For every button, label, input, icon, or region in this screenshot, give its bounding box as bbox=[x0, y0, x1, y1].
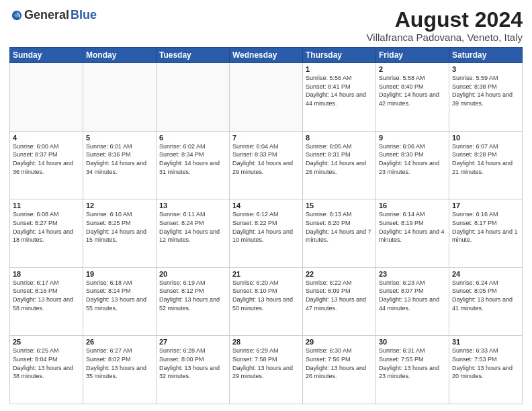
day-number: 23 bbox=[379, 270, 446, 278]
calendar-cell: 18Sunrise: 6:17 AM Sunset: 8:16 PM Dayli… bbox=[10, 267, 83, 336]
header: General Blue August 2024 Villafranca Pad… bbox=[9, 8, 523, 43]
day-number: 15 bbox=[306, 201, 373, 210]
day-header-monday: Monday bbox=[83, 48, 157, 63]
page: General Blue August 2024 Villafranca Pad… bbox=[0, 0, 532, 411]
logo: General Blue bbox=[9, 8, 97, 22]
day-number: 1 bbox=[306, 65, 373, 73]
calendar-cell bbox=[230, 63, 303, 132]
calendar-cell bbox=[157, 63, 230, 132]
calendar-week-3: 11Sunrise: 6:08 AM Sunset: 8:27 PM Dayli… bbox=[10, 199, 523, 268]
day-info: Sunrise: 5:56 AM Sunset: 8:41 PM Dayligh… bbox=[306, 74, 373, 107]
day-number: 10 bbox=[452, 134, 519, 142]
day-info: Sunrise: 6:05 AM Sunset: 8:31 PM Dayligh… bbox=[306, 142, 373, 176]
day-info: Sunrise: 6:27 AM Sunset: 8:02 PM Dayligh… bbox=[86, 347, 153, 380]
calendar-cell: 17Sunrise: 6:16 AM Sunset: 8:17 PM Dayli… bbox=[449, 199, 523, 268]
day-header-tuesday: Tuesday bbox=[157, 48, 230, 63]
day-info: Sunrise: 6:08 AM Sunset: 8:27 PM Dayligh… bbox=[13, 210, 80, 244]
calendar-cell: 8Sunrise: 6:05 AM Sunset: 8:31 PM Daylig… bbox=[303, 131, 376, 199]
calendar-cell: 7Sunrise: 6:04 AM Sunset: 8:33 PM Daylig… bbox=[230, 131, 303, 199]
calendar-cell: 25Sunrise: 6:25 AM Sunset: 8:04 PM Dayli… bbox=[10, 336, 83, 404]
day-info: Sunrise: 6:29 AM Sunset: 7:58 PM Dayligh… bbox=[232, 347, 300, 380]
day-number: 6 bbox=[159, 134, 226, 142]
day-number: 31 bbox=[452, 338, 519, 346]
day-number: 29 bbox=[306, 338, 373, 346]
day-info: Sunrise: 6:16 AM Sunset: 8:17 PM Dayligh… bbox=[452, 210, 519, 244]
calendar-cell: 1Sunrise: 5:56 AM Sunset: 8:41 PM Daylig… bbox=[303, 63, 376, 132]
day-number: 20 bbox=[159, 270, 226, 278]
day-number: 9 bbox=[379, 134, 446, 142]
calendar-cell: 5Sunrise: 6:01 AM Sunset: 8:36 PM Daylig… bbox=[83, 131, 157, 199]
day-number: 12 bbox=[86, 201, 153, 210]
day-info: Sunrise: 6:01 AM Sunset: 8:36 PM Dayligh… bbox=[86, 142, 153, 176]
day-info: Sunrise: 6:28 AM Sunset: 8:00 PM Dayligh… bbox=[159, 347, 226, 380]
calendar-cell: 4Sunrise: 6:00 AM Sunset: 8:37 PM Daylig… bbox=[10, 131, 83, 199]
day-info: Sunrise: 6:14 AM Sunset: 8:19 PM Dayligh… bbox=[379, 210, 446, 244]
day-number: 30 bbox=[379, 338, 446, 346]
day-info: Sunrise: 6:20 AM Sunset: 8:10 PM Dayligh… bbox=[232, 279, 300, 312]
title-block: August 2024 Villafranca Padovana, Veneto… bbox=[367, 8, 523, 43]
calendar-cell: 27Sunrise: 6:28 AM Sunset: 8:00 PM Dayli… bbox=[157, 336, 230, 404]
day-number: 11 bbox=[13, 201, 80, 210]
day-number: 27 bbox=[159, 338, 226, 346]
day-number: 16 bbox=[379, 201, 446, 210]
calendar-cell: 30Sunrise: 6:31 AM Sunset: 7:55 PM Dayli… bbox=[376, 336, 449, 404]
day-number: 28 bbox=[232, 338, 300, 346]
calendar-cell: 19Sunrise: 6:18 AM Sunset: 8:14 PM Dayli… bbox=[83, 267, 157, 336]
calendar-cell bbox=[83, 63, 157, 132]
calendar-cell: 13Sunrise: 6:11 AM Sunset: 8:24 PM Dayli… bbox=[157, 199, 230, 268]
day-info: Sunrise: 6:17 AM Sunset: 8:16 PM Dayligh… bbox=[13, 279, 80, 312]
day-info: Sunrise: 6:13 AM Sunset: 8:20 PM Dayligh… bbox=[306, 210, 373, 244]
calendar-cell: 11Sunrise: 6:08 AM Sunset: 8:27 PM Dayli… bbox=[10, 199, 83, 268]
day-header-friday: Friday bbox=[376, 48, 449, 63]
calendar-cell: 12Sunrise: 6:10 AM Sunset: 8:25 PM Dayli… bbox=[83, 199, 157, 268]
calendar-week-4: 18Sunrise: 6:17 AM Sunset: 8:16 PM Dayli… bbox=[10, 267, 523, 336]
day-number: 13 bbox=[159, 201, 226, 210]
day-header-wednesday: Wednesday bbox=[230, 48, 303, 63]
day-number: 5 bbox=[86, 134, 153, 142]
day-info: Sunrise: 5:59 AM Sunset: 8:38 PM Dayligh… bbox=[452, 74, 519, 107]
calendar-week-5: 25Sunrise: 6:25 AM Sunset: 8:04 PM Dayli… bbox=[10, 336, 523, 404]
day-info: Sunrise: 6:33 AM Sunset: 7:53 PM Dayligh… bbox=[452, 347, 519, 380]
day-info: Sunrise: 6:18 AM Sunset: 8:14 PM Dayligh… bbox=[86, 279, 153, 312]
calendar-cell: 22Sunrise: 6:22 AM Sunset: 8:09 PM Dayli… bbox=[303, 267, 376, 336]
day-info: Sunrise: 6:23 AM Sunset: 8:07 PM Dayligh… bbox=[379, 279, 446, 312]
day-number: 24 bbox=[452, 270, 519, 278]
calendar-body: 1Sunrise: 5:56 AM Sunset: 8:41 PM Daylig… bbox=[10, 63, 523, 404]
day-header-saturday: Saturday bbox=[449, 48, 523, 63]
day-number: 7 bbox=[232, 134, 300, 142]
calendar-table: SundayMondayTuesdayWednesdayThursdayFrid… bbox=[9, 47, 523, 404]
calendar-week-1: 1Sunrise: 5:56 AM Sunset: 8:41 PM Daylig… bbox=[10, 63, 523, 132]
calendar-cell: 10Sunrise: 6:07 AM Sunset: 8:28 PM Dayli… bbox=[449, 131, 523, 199]
day-info: Sunrise: 6:12 AM Sunset: 8:22 PM Dayligh… bbox=[232, 210, 300, 244]
day-header-thursday: Thursday bbox=[303, 48, 376, 63]
day-number: 25 bbox=[13, 338, 80, 346]
calendar-cell: 9Sunrise: 6:06 AM Sunset: 8:30 PM Daylig… bbox=[376, 131, 449, 199]
logo-icon bbox=[11, 9, 23, 21]
calendar-cell: 23Sunrise: 6:23 AM Sunset: 8:07 PM Dayli… bbox=[376, 267, 449, 336]
day-number: 18 bbox=[13, 270, 80, 278]
calendar-cell: 2Sunrise: 5:58 AM Sunset: 8:40 PM Daylig… bbox=[376, 63, 449, 132]
day-info: Sunrise: 6:11 AM Sunset: 8:24 PM Dayligh… bbox=[159, 210, 226, 244]
location-title: Villafranca Padovana, Veneto, Italy bbox=[367, 32, 523, 43]
day-info: Sunrise: 6:30 AM Sunset: 7:56 PM Dayligh… bbox=[306, 347, 373, 380]
calendar-cell: 3Sunrise: 5:59 AM Sunset: 8:38 PM Daylig… bbox=[449, 63, 523, 132]
calendar-cell: 16Sunrise: 6:14 AM Sunset: 8:19 PM Dayli… bbox=[376, 199, 449, 268]
day-number: 4 bbox=[13, 134, 80, 142]
day-info: Sunrise: 6:24 AM Sunset: 8:05 PM Dayligh… bbox=[452, 279, 519, 312]
day-info: Sunrise: 6:25 AM Sunset: 8:04 PM Dayligh… bbox=[13, 347, 80, 380]
day-info: Sunrise: 6:07 AM Sunset: 8:28 PM Dayligh… bbox=[452, 142, 519, 176]
day-number: 26 bbox=[86, 338, 153, 346]
day-info: Sunrise: 5:58 AM Sunset: 8:40 PM Dayligh… bbox=[379, 74, 446, 107]
day-info: Sunrise: 6:04 AM Sunset: 8:33 PM Dayligh… bbox=[232, 142, 300, 176]
calendar-header-row: SundayMondayTuesdayWednesdayThursdayFrid… bbox=[10, 48, 523, 63]
calendar-cell: 28Sunrise: 6:29 AM Sunset: 7:58 PM Dayli… bbox=[230, 336, 303, 404]
day-number: 17 bbox=[452, 201, 519, 210]
day-info: Sunrise: 6:06 AM Sunset: 8:30 PM Dayligh… bbox=[379, 142, 446, 176]
day-header-sunday: Sunday bbox=[10, 48, 83, 63]
day-number: 21 bbox=[232, 270, 300, 278]
calendar-cell: 14Sunrise: 6:12 AM Sunset: 8:22 PM Dayli… bbox=[230, 199, 303, 268]
day-number: 8 bbox=[306, 134, 373, 142]
day-number: 14 bbox=[232, 201, 300, 210]
calendar-cell: 20Sunrise: 6:19 AM Sunset: 8:12 PM Dayli… bbox=[157, 267, 230, 336]
day-info: Sunrise: 6:19 AM Sunset: 8:12 PM Dayligh… bbox=[159, 279, 226, 312]
